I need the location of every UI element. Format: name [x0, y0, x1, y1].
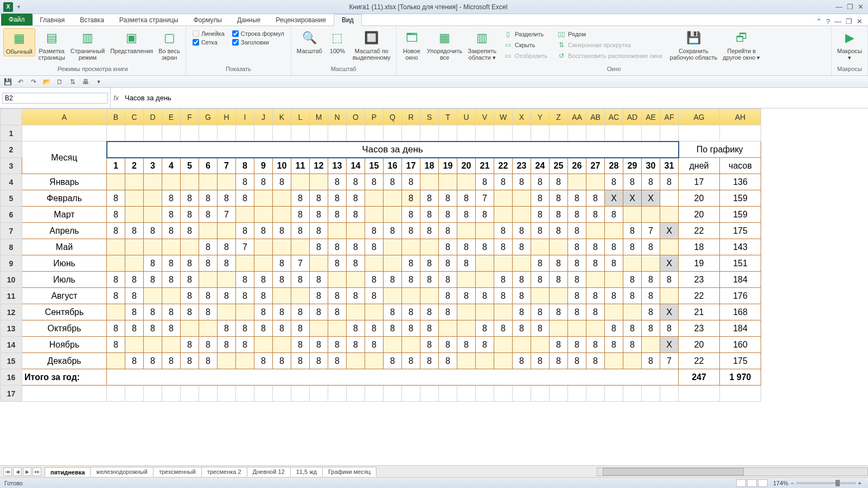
row-header[interactable]: 13	[1, 320, 22, 337]
cell[interactable]: 8	[291, 337, 310, 353]
cell[interactable]	[605, 223, 623, 239]
cell[interactable]: 8	[531, 255, 550, 272]
cell[interactable]: 8	[642, 353, 660, 369]
cell[interactable]: 4	[162, 158, 181, 174]
cell[interactable]	[236, 255, 254, 272]
cell[interactable]	[513, 255, 531, 272]
cell[interactable]: 168	[720, 304, 761, 320]
cell[interactable]: 8	[107, 207, 125, 223]
cell[interactable]: 8	[531, 272, 550, 288]
cell[interactable]: 8	[476, 174, 494, 190]
sync-scroll-button[interactable]: ⇅Синхронная прокрутка	[555, 40, 665, 50]
cell[interactable]: 8	[550, 304, 568, 320]
macros-button[interactable]: ▶Макросы ▾	[835, 28, 864, 62]
cell[interactable]: 8	[586, 288, 605, 304]
cell[interactable]	[254, 239, 273, 255]
zoom-out-button[interactable]: −	[790, 480, 794, 486]
horizontal-scrollbar[interactable]	[597, 467, 868, 476]
cell[interactable]	[642, 207, 660, 223]
cell[interactable]: 8	[420, 272, 439, 288]
undo-icon[interactable]: ↶	[16, 78, 25, 86]
cell[interactable]: 8	[365, 337, 384, 353]
zoom-100-button[interactable]: ⬚100%	[326, 28, 349, 55]
column-header[interactable]: AE	[642, 109, 660, 125]
cell[interactable]: 247	[679, 369, 720, 386]
cell[interactable]	[568, 320, 586, 337]
cell[interactable]	[402, 386, 420, 402]
cell[interactable]	[162, 239, 181, 255]
cell[interactable]	[218, 386, 236, 402]
cell[interactable]	[328, 125, 347, 142]
cell[interactable]	[457, 304, 476, 320]
cell[interactable]	[162, 386, 181, 402]
cell[interactable]	[273, 207, 291, 223]
cell[interactable]	[402, 288, 420, 304]
cell[interactable]: 8	[623, 320, 642, 337]
cell[interactable]	[623, 125, 642, 142]
cell[interactable]: 8	[273, 174, 291, 190]
doc-min-icon[interactable]: —	[834, 17, 841, 25]
cell[interactable]: 143	[720, 239, 761, 255]
cell[interactable]	[347, 223, 365, 239]
cell[interactable]: 8	[236, 337, 254, 353]
cell[interactable]	[384, 255, 402, 272]
cell[interactable]	[181, 125, 199, 142]
cell[interactable]	[181, 174, 199, 190]
full-screen-button[interactable]: ▢Во весь экран	[156, 28, 182, 62]
cell[interactable]: 8	[531, 223, 550, 239]
cell[interactable]: Сентябрь	[22, 304, 107, 320]
cell[interactable]: 2	[125, 158, 144, 174]
cell[interactable]	[199, 272, 218, 288]
cell[interactable]	[457, 174, 476, 190]
cell[interactable]: 8	[402, 190, 420, 207]
row-header[interactable]: 12	[1, 304, 22, 320]
cell[interactable]: 8	[513, 223, 531, 239]
column-header[interactable]: W	[494, 109, 513, 125]
cell[interactable]	[236, 386, 254, 402]
cell[interactable]: 8	[199, 337, 218, 353]
cell[interactable]	[107, 255, 125, 272]
tab-Вид[interactable]: Вид	[334, 14, 362, 26]
cell[interactable]: 8	[605, 207, 623, 223]
cell[interactable]: 8	[642, 320, 660, 337]
zoom-button[interactable]: 🔍Масштаб	[295, 28, 324, 55]
cell[interactable]	[586, 174, 605, 190]
cell[interactable]: 8	[457, 288, 476, 304]
column-header[interactable]: E	[162, 109, 181, 125]
cell[interactable]	[144, 174, 162, 190]
cell[interactable]: 8	[476, 239, 494, 255]
cell[interactable]: X	[660, 337, 679, 353]
cell[interactable]: 19	[679, 255, 720, 272]
cell[interactable]: 7	[660, 353, 679, 369]
cell[interactable]: 8	[476, 207, 494, 223]
column-header[interactable]: T	[439, 109, 457, 125]
cell[interactable]	[531, 337, 550, 353]
cell[interactable]	[273, 239, 291, 255]
cell[interactable]	[199, 386, 218, 402]
cell[interactable]	[310, 386, 328, 402]
cell[interactable]: 8	[568, 239, 586, 255]
cell[interactable]	[568, 386, 586, 402]
cell[interactable]: 8	[550, 174, 568, 190]
cell[interactable]: 151	[720, 255, 761, 272]
cell[interactable]: 8	[439, 239, 457, 255]
cell[interactable]: 8	[623, 288, 642, 304]
cell[interactable]	[720, 386, 761, 402]
cell[interactable]: Октябрь	[22, 320, 107, 337]
cell[interactable]: 8	[494, 272, 513, 288]
cell[interactable]	[365, 304, 384, 320]
column-header[interactable]: L	[291, 109, 310, 125]
cell[interactable]	[605, 353, 623, 369]
cell[interactable]	[365, 190, 384, 207]
cell[interactable]: 7	[218, 207, 236, 223]
column-header[interactable]: U	[457, 109, 476, 125]
cell[interactable]: 175	[720, 223, 761, 239]
cell[interactable]	[125, 125, 144, 142]
cell[interactable]	[236, 125, 254, 142]
worksheet-grid[interactable]: ABCDEFGHIJKLMNOPQRSTUVWXYZAAABACADAEAFAG…	[0, 108, 868, 465]
cell[interactable]: 8	[439, 337, 457, 353]
sheet-tab[interactable]: Дневной 12	[247, 467, 291, 477]
cell[interactable]: дней	[679, 158, 720, 174]
cell[interactable]: 8	[513, 239, 531, 255]
cell[interactable]: 8	[310, 288, 328, 304]
